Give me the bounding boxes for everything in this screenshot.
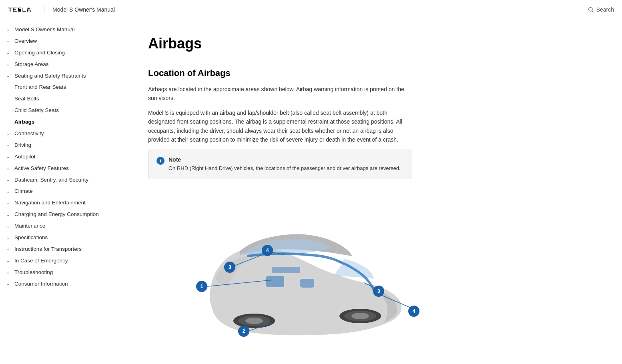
header-left: Model S Owner's Manual — [8, 6, 115, 14]
chevron-icon: ⌄ — [6, 38, 13, 44]
sidebar-item-consumer-info[interactable]: ⌄ Consumer Information — [0, 278, 124, 290]
header-title: Model S Owner's Manual — [52, 6, 115, 13]
sidebar-label: Climate — [14, 188, 33, 195]
sidebar-label: Seat Belts — [14, 95, 39, 103]
chevron-icon: ⌄ — [6, 235, 13, 240]
layout: ⌄ Model S Owner's Manual ⌄ Overview ⌄ Op… — [0, 19, 622, 364]
sidebar-item-model-s-manual[interactable]: ⌄ Model S Owner's Manual — [0, 24, 124, 36]
sidebar-item-opening-closing[interactable]: ⌄ Opening and Closing — [0, 47, 124, 59]
search-label: Search — [596, 6, 614, 13]
sidebar: ⌄ Model S Owner's Manual ⌄ Overview ⌄ Op… — [0, 19, 124, 364]
svg-line-16 — [592, 11, 594, 12]
chevron-icon: ⌄ — [6, 258, 13, 264]
svg-point-20 — [245, 318, 263, 324]
header-separator — [44, 6, 44, 14]
sidebar-item-climate[interactable]: ⌄ Climate — [0, 186, 124, 197]
svg-marker-13 — [27, 8, 31, 12]
page-title: Airbags — [148, 35, 598, 52]
chevron-icon: ⌄ — [6, 270, 13, 275]
sidebar-label: Driving — [14, 142, 31, 149]
note-title: Note — [169, 156, 401, 163]
sidebar-item-charging[interactable]: ⌄ Charging and Energy Consumption — [0, 209, 124, 220]
chevron-icon: ⌄ — [6, 73, 13, 79]
sidebar-item-overview[interactable]: ⌄ Overview — [0, 36, 124, 47]
svg-rect-11 — [22, 8, 23, 12]
svg-rect-1 — [10, 8, 10, 12]
sidebar-item-transporters[interactable]: ⌄ Instructions for Transporters — [0, 244, 124, 255]
body-text-1: Airbags are located in the approximate a… — [148, 85, 404, 103]
sidebar-label: Instructions for Transporters — [14, 246, 82, 253]
body-text-2: Model S is equipped with an airbag and l… — [148, 108, 404, 144]
airbag-label-1: 1 — [196, 281, 207, 292]
sidebar-item-active-safety[interactable]: ⌄ Active Safety Features — [0, 163, 124, 174]
svg-rect-24 — [266, 276, 284, 287]
chevron-icon: ⌄ — [6, 142, 13, 148]
chevron-icon: ⌄ — [6, 246, 13, 252]
sidebar-label: Dashcam, Sentry, and Security — [14, 176, 88, 184]
chevron-icon: ⌄ — [6, 200, 13, 206]
sidebar-label: Child Safety Seats — [14, 107, 59, 114]
sidebar-item-troubleshooting[interactable]: ⌄ Troubleshooting — [0, 267, 124, 278]
sidebar-item-emergency[interactable]: ⌄ In Case of Emergency — [0, 255, 124, 267]
sidebar-item-seating-safety[interactable]: ⌄ Seating and Safety Restraints — [0, 70, 124, 82]
car-diagram: 1 2 3 3 4 4 — [148, 189, 420, 341]
sidebar-item-maintenance[interactable]: ⌄ Maintenance — [0, 220, 124, 232]
sidebar-label: Airbags — [14, 118, 34, 126]
airbag-label-3b: 3 — [373, 286, 384, 297]
tesla-logo — [8, 6, 36, 14]
chevron-icon: ⌄ — [6, 166, 13, 171]
svg-point-23 — [351, 313, 369, 319]
sidebar-label: Model S Owner's Manual — [14, 26, 74, 34]
sidebar-item-airbags[interactable]: Airbags — [0, 116, 124, 128]
sidebar-item-autopilot[interactable]: ⌄ Autopilot — [0, 151, 124, 163]
sidebar-label: Consumer Information — [14, 280, 68, 288]
svg-rect-7 — [18, 8, 18, 9]
sidebar-label: In Case of Emergency — [14, 257, 68, 265]
svg-rect-26 — [272, 267, 300, 273]
sidebar-item-storage-areas[interactable]: ⌄ Storage Areas — [0, 59, 124, 70]
sidebar-label: Seating and Safety Restraints — [14, 72, 86, 80]
note-icon: i — [157, 157, 165, 165]
sidebar-item-driving[interactable]: ⌄ Driving — [0, 140, 124, 151]
svg-rect-9 — [21, 10, 21, 11]
note-box: i Note On RHD (Right Hand Drive) vehicle… — [148, 150, 412, 179]
sidebar-item-dashcam[interactable]: ⌄ Dashcam, Sentry, and Security — [0, 174, 124, 186]
svg-rect-8 — [18, 9, 21, 10]
airbag-label-2: 2 — [238, 326, 249, 337]
sidebar-label: Active Safety Features — [14, 165, 69, 172]
chevron-icon: ⌄ — [6, 177, 13, 183]
svg-rect-4 — [13, 9, 16, 10]
sidebar-label: Overview — [14, 38, 37, 45]
sidebar-item-child-safety[interactable]: Child Safety Seats — [0, 105, 124, 116]
chevron-icon: ⌄ — [6, 62, 13, 67]
main-content: Airbags Location of Airbags Airbags are … — [124, 19, 622, 364]
section-title: Location of Airbags — [148, 68, 598, 78]
sidebar-label: Navigation and Entertainment — [14, 199, 86, 207]
chevron-icon: ⌄ — [6, 189, 13, 194]
sidebar-label: Autopilot — [14, 153, 36, 161]
svg-rect-12 — [22, 11, 26, 11]
svg-rect-5 — [13, 11, 16, 11]
sidebar-item-seat-belts[interactable]: Seat Belts — [0, 93, 124, 105]
sidebar-label: Troubleshooting — [14, 269, 53, 276]
note-content: Note On RHD (Right Hand Drive) vehicles,… — [169, 156, 401, 172]
chevron-icon: ⌄ — [6, 154, 13, 160]
svg-rect-14 — [28, 10, 31, 10]
svg-rect-25 — [300, 279, 314, 288]
sidebar-item-navigation[interactable]: ⌄ Navigation and Entertainment — [0, 197, 124, 209]
sidebar-label: Maintenance — [14, 222, 45, 230]
sidebar-item-specifications[interactable]: ⌄ Specifications — [0, 232, 124, 244]
chevron-icon: ⌄ — [6, 212, 13, 218]
search-icon — [588, 6, 594, 13]
sidebar-item-front-rear-seats[interactable]: Front and Rear Seats — [0, 82, 124, 93]
sidebar-label: Front and Rear Seats — [14, 84, 66, 91]
chevron-icon: ⌄ — [6, 281, 13, 287]
svg-rect-10 — [18, 11, 21, 11]
search-button[interactable]: Search — [588, 6, 614, 13]
sidebar-item-connectivity[interactable]: ⌄ Connectivity — [0, 128, 124, 140]
sidebar-label: Opening and Closing — [14, 49, 65, 57]
sidebar-label: Charging and Energy Consumption — [14, 211, 99, 218]
sidebar-label: Specifications — [14, 234, 48, 242]
airbag-label-4a: 4 — [262, 245, 273, 256]
airbag-label-4b: 4 — [408, 306, 419, 317]
